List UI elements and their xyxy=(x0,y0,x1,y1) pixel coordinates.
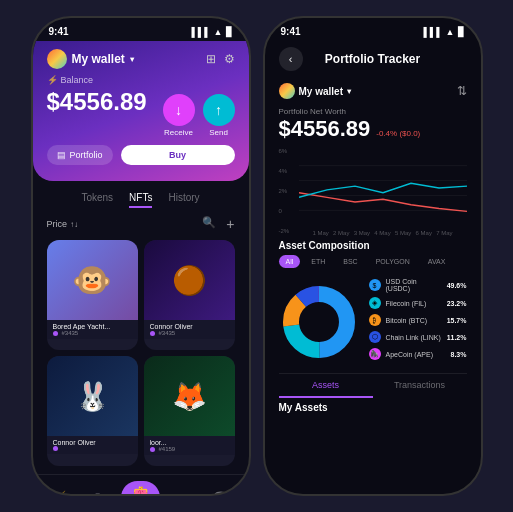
nft-meta-2: #3435 xyxy=(150,330,229,336)
y-label-3: 2% xyxy=(279,188,290,194)
chain-tab-eth[interactable]: ETH xyxy=(304,255,332,268)
nft-card-1[interactable]: 🐵 Bored Ape Yacht... #3435 xyxy=(47,240,138,350)
sort-icon: ↑↓ xyxy=(70,220,78,229)
back-button[interactable]: ‹ xyxy=(279,47,303,71)
send-button[interactable]: ↑ Send xyxy=(203,94,235,137)
add-icon[interactable]: + xyxy=(226,216,234,232)
composition-area: $ USD Coin (USDC) 49.6% ◈ Filecoin (FIL)… xyxy=(265,274,481,369)
nft-image-2: 🔵 xyxy=(144,240,235,320)
nav-item-chat[interactable]: 💬 xyxy=(212,490,229,497)
nft-image-1: 🐵 xyxy=(47,240,138,320)
nft-card-2[interactable]: 🔵 Connor Oliver #3435 xyxy=(144,240,235,350)
wallet-name-left[interactable]: My wallet ▾ xyxy=(47,49,134,69)
my-assets-title: My Assets xyxy=(265,398,481,417)
wallet-avatar-left xyxy=(47,49,67,69)
legend-item-4: 🦍 ApeCoin (APE) 8.3% xyxy=(369,348,467,360)
chevron-down-icon-left: ▾ xyxy=(130,55,134,64)
x-label-4: 4 May xyxy=(374,230,390,236)
legend-name-2: Bitcoin (BTC) xyxy=(386,317,442,324)
btab-transactions[interactable]: Transactions xyxy=(373,374,467,398)
legend-name-1: Filecoin (FIL) xyxy=(386,300,442,307)
nft-dot-1 xyxy=(53,331,58,336)
price-sort[interactable]: Price ↑↓ xyxy=(47,219,79,229)
legend-icon-fil: ◈ xyxy=(369,297,381,309)
right-wallet-name[interactable]: My wallet ▾ xyxy=(279,83,351,99)
chart-labels-x: 1 May 2 May 3 May 4 May 5 May 6 May 7 Ma… xyxy=(313,230,453,236)
nav-item-wallet[interactable]: 👛 Wallet xyxy=(121,481,160,496)
search-icon[interactable]: 🔍 xyxy=(202,216,216,232)
nft-name-3: Connor Oliver xyxy=(53,439,132,446)
donut-svg xyxy=(279,282,359,362)
battery-icon-right: ▊ xyxy=(458,27,465,37)
chart-area xyxy=(299,148,467,228)
legend-list: $ USD Coin (USDC) 49.6% ◈ Filecoin (FIL)… xyxy=(369,278,467,365)
time-right: 9:41 xyxy=(281,26,301,37)
tab-tokens[interactable]: Tokens xyxy=(81,189,113,208)
legend-name-4: ApeCoin (APE) xyxy=(386,351,446,358)
filter-icons-right: 🔍 + xyxy=(202,216,234,232)
legend-item-0: $ USD Coin (USDC) 49.6% xyxy=(369,278,467,292)
nft-info-4: loor... #4159 xyxy=(144,436,235,455)
nft-card-3[interactable]: 🐰 Connor Oliver xyxy=(47,356,138,466)
right-header: ‹ Portfolio Tracker xyxy=(265,41,481,79)
nft-meta-1: #3435 xyxy=(53,330,132,336)
pnw-label: Portfolio Net Worth xyxy=(279,107,467,116)
nft-dot-4 xyxy=(150,447,155,452)
nft-meta-4: #4159 xyxy=(150,446,229,452)
nft-image-4: 🦊 xyxy=(144,356,235,436)
nav-item-flash[interactable]: ⚡ xyxy=(52,490,69,497)
chat-icon: 💬 xyxy=(212,490,229,497)
header-icons-left: ⊞ ⚙ xyxy=(206,52,235,66)
x-label-3: 3 May xyxy=(354,230,370,236)
grid-icon[interactable]: ⊞ xyxy=(206,52,216,66)
chain-tab-all[interactable]: All xyxy=(279,255,301,268)
status-bar-right: 9:41 ▌▌▌ ▲ ▊ xyxy=(265,18,481,41)
right-wallet-row: My wallet ▾ ⇅ xyxy=(265,79,481,103)
nft-info-3: Connor Oliver xyxy=(47,436,138,454)
chart-svg xyxy=(299,148,467,228)
settings-icon[interactable]: ⚙ xyxy=(224,52,235,66)
tab-nfts[interactable]: NFTs xyxy=(129,189,152,208)
portfolio-net-worth: Portfolio Net Worth $4556.89 -0.4% ($0.0… xyxy=(265,103,481,144)
chain-tab-avax[interactable]: AVAX xyxy=(421,255,453,268)
portfolio-button[interactable]: ▤ Portfolio xyxy=(47,145,113,165)
receive-button[interactable]: ↓ Receive xyxy=(163,94,195,137)
status-icons-right: ▌▌▌ ▲ ▊ xyxy=(423,27,464,37)
nft-grid: 🐵 Bored Ape Yacht... #3435 🔵 Connor Oliv… xyxy=(33,236,249,470)
nft-image-3: 🐰 xyxy=(47,356,138,436)
buy-button[interactable]: Buy xyxy=(121,145,235,165)
signal-icon-left: ▌▌▌ xyxy=(191,27,210,37)
nft-card-4[interactable]: 🦊 loor... #4159 xyxy=(144,356,235,466)
wifi-icon-right: ▲ xyxy=(446,27,455,37)
legend-icon-btc: ₿ xyxy=(369,314,381,326)
left-header: My wallet ▾ ⊞ ⚙ ⚡ Balance $4556.89 ↓ Rec… xyxy=(33,41,249,181)
left-phone: 9:41 ▌▌▌ ▲ ▊ My wallet ▾ ⊞ ⚙ ⚡ Balance $… xyxy=(31,16,251,496)
legend-item-3: ⬡ Chain Link (LINK) 11.2% xyxy=(369,331,467,343)
legend-name-0: USD Coin (USDC) xyxy=(386,278,442,292)
status-bar-left: 9:41 ▌▌▌ ▲ ▊ xyxy=(33,18,249,41)
legend-item-1: ◈ Filecoin (FIL) 23.2% xyxy=(369,297,467,309)
wallet-icon: 👛 xyxy=(132,485,149,496)
legend-icon-ape: 🦍 xyxy=(369,348,381,360)
chain-tab-bsc[interactable]: BSC xyxy=(336,255,364,268)
nav-item-grid[interactable]: ⊞ xyxy=(180,490,192,497)
btab-assets[interactable]: Assets xyxy=(279,374,373,398)
chart-labels-y: 6% 4% 2% 0 -2% xyxy=(279,148,290,234)
legend-pct-1: 23.2% xyxy=(447,300,467,307)
lightning-icon: ⚡ xyxy=(47,75,58,85)
nft-name-1: Bored Ape Yacht... xyxy=(53,323,132,330)
time-left: 9:41 xyxy=(49,26,69,37)
chart-container: 6% 4% 2% 0 -2% 1 May 2 May 3 May 4 Ma xyxy=(265,144,481,234)
filter-sort-icon[interactable]: ⇅ xyxy=(457,84,467,98)
chain-tab-polygon[interactable]: POLYGON xyxy=(369,255,417,268)
nft-name-4: loor... xyxy=(150,439,229,446)
pnw-amount: $4556.89 xyxy=(279,116,371,142)
legend-pct-3: 11.2% xyxy=(447,334,467,341)
tab-history[interactable]: History xyxy=(168,189,199,208)
grid-nav-icon: ⊞ xyxy=(180,490,192,497)
legend-name-3: Chain Link (LINK) xyxy=(386,334,442,341)
bottom-tabs-right: Assets Transactions xyxy=(279,373,467,398)
nav-item-back[interactable]: ↺ xyxy=(89,490,101,497)
flash-icon: ⚡ xyxy=(52,490,69,497)
x-label-7: 7 May xyxy=(436,230,452,236)
